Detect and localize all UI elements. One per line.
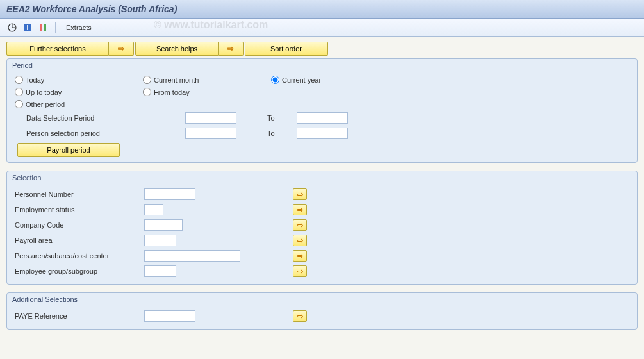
arrow-right-icon: ⇨: [226, 44, 235, 53]
info-icon[interactable]: i: [22, 22, 33, 33]
period-group: Period Today Current month Current year …: [6, 58, 638, 163]
paye-label: PAYE Reference: [15, 312, 142, 320]
selection-group: Selection Personnel Number ⇨ Employment …: [6, 171, 638, 285]
person-selection-from-input[interactable]: [185, 128, 236, 139]
sel-label-1: Employment status: [15, 206, 142, 213]
radio-current-year[interactable]: Current year: [271, 74, 399, 85]
payroll-area-input[interactable]: [144, 235, 176, 246]
variant-icon[interactable]: [37, 22, 49, 33]
further-selections-button[interactable]: Further selections: [6, 42, 109, 56]
multi-select-button[interactable]: ⇨: [293, 235, 307, 246]
radio-current-month[interactable]: Current month: [143, 74, 271, 85]
radio-up-to-today[interactable]: Up to today: [15, 87, 143, 97]
radio-other-period[interactable]: Other period: [15, 99, 143, 110]
data-selection-to-input[interactable]: [297, 112, 348, 124]
multi-select-button[interactable]: ⇨: [293, 310, 307, 322]
sel-label-2: Company Code: [15, 221, 142, 229]
further-selections-label: Further selections: [29, 45, 85, 53]
data-selection-label: Data Selection Period: [15, 114, 130, 122]
employee-group-input[interactable]: [144, 265, 176, 277]
to-label: To: [267, 114, 292, 122]
additional-selections-group: Additional Selections PAYE Reference ⇨: [6, 292, 638, 330]
sel-label-4: Pers.area/subarea/cost center: [15, 252, 142, 260]
page-title: EEA2 Workforce Analysis (South Africa): [6, 4, 638, 14]
additional-legend: Additional Selections: [7, 293, 637, 306]
arrow-right-icon: ⇨: [297, 190, 303, 199]
sel-label-0: Personnel Number: [15, 190, 142, 198]
arrow-right-icon: ⇨: [297, 312, 303, 321]
selection-buttons: Further selections ⇨ Search helps ⇨ Sort…: [6, 42, 638, 56]
arrow-right-icon: ⇨: [297, 221, 303, 230]
sel-label-3: Payroll area: [15, 237, 142, 244]
employment-status-input[interactable]: [144, 204, 163, 215]
arrow-right-icon: ⇨: [297, 237, 303, 245]
execute-icon[interactable]: [6, 22, 18, 33]
svg-text:i: i: [27, 24, 29, 31]
person-selection-to-input[interactable]: [297, 128, 348, 139]
app-toolbar: i Extracts: [0, 19, 644, 37]
toolbar-sep: [55, 22, 56, 33]
multi-select-button[interactable]: ⇨: [293, 188, 307, 200]
further-selections-arrow[interactable]: ⇨: [109, 42, 134, 56]
multi-select-button[interactable]: ⇨: [293, 219, 307, 231]
arrow-right-icon: ⇨: [117, 44, 126, 53]
person-selection-label: Person selection period: [15, 129, 130, 137]
search-helps-label: Search helps: [156, 45, 197, 53]
sort-order-button[interactable]: Sort order: [245, 42, 328, 56]
selection-legend: Selection: [7, 171, 637, 184]
radio-from-today[interactable]: From today: [143, 87, 271, 97]
search-helps-button[interactable]: Search helps: [135, 42, 219, 56]
svg-rect-5: [40, 24, 42, 31]
company-code-input[interactable]: [144, 219, 183, 231]
multi-select-button[interactable]: ⇨: [293, 204, 307, 215]
period-legend: Period: [7, 59, 637, 72]
arrow-right-icon: ⇨: [297, 267, 303, 276]
to-label-2: To: [267, 129, 292, 137]
svg-rect-6: [44, 24, 46, 31]
search-helps-arrow[interactable]: ⇨: [219, 42, 244, 56]
radio-today[interactable]: Today: [15, 74, 143, 85]
paye-reference-input[interactable]: [144, 310, 195, 322]
multi-select-button[interactable]: ⇨: [293, 265, 307, 277]
pers-area-input[interactable]: [144, 250, 240, 262]
sort-order-label: Sort order: [270, 45, 302, 53]
data-selection-from-input[interactable]: [185, 112, 236, 124]
arrow-right-icon: ⇨: [297, 206, 303, 214]
multi-select-button[interactable]: ⇨: [293, 250, 307, 262]
sel-label-5: Employee group/subgroup: [15, 267, 142, 275]
arrow-right-icon: ⇨: [297, 252, 303, 260]
payroll-period-button[interactable]: Payroll period: [17, 143, 120, 157]
extracts-menu[interactable]: Extracts: [62, 22, 95, 33]
personnel-number-input[interactable]: [144, 188, 195, 200]
